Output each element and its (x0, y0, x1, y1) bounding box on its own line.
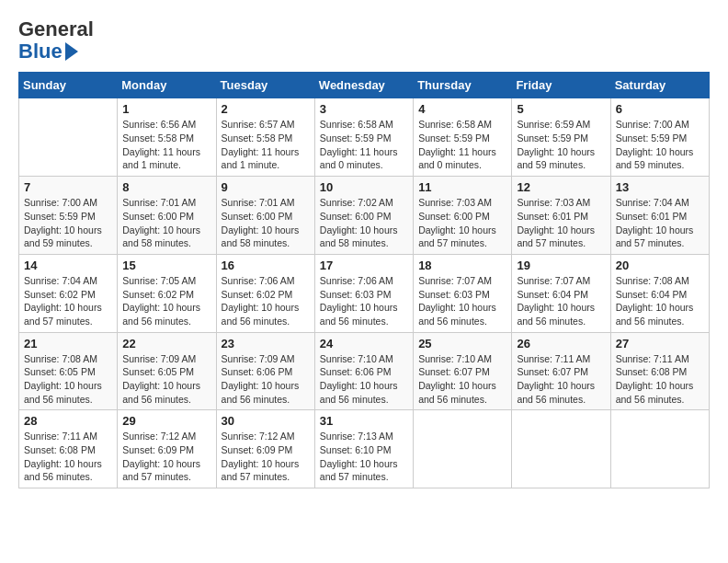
calendar-cell: 6Sunrise: 7:00 AMSunset: 5:59 PMDaylight… (610, 98, 709, 177)
day-info: Sunrise: 7:05 AMSunset: 6:02 PMDaylight:… (122, 274, 210, 328)
page-header: General Blue (18, 18, 710, 63)
calendar-header-row: SundayMondayTuesdayWednesdayThursdayFrid… (19, 73, 710, 98)
day-number: 8 (122, 180, 210, 194)
calendar-cell: 5Sunrise: 6:59 AMSunset: 5:59 PMDaylight… (512, 98, 610, 177)
day-number: 9 (222, 180, 310, 194)
day-number: 29 (122, 414, 210, 428)
day-info: Sunrise: 6:58 AMSunset: 5:59 PMDaylight:… (320, 118, 408, 172)
day-number: 2 (222, 102, 310, 116)
calendar-cell (512, 410, 610, 488)
day-number: 3 (320, 102, 408, 116)
day-header-monday: Monday (118, 73, 216, 98)
day-info: Sunrise: 7:04 AMSunset: 6:01 PMDaylight:… (616, 196, 704, 250)
day-info: Sunrise: 7:09 AMSunset: 6:06 PMDaylight:… (222, 352, 310, 407)
day-info: Sunrise: 7:10 AMSunset: 6:06 PMDaylight:… (320, 352, 408, 407)
calendar-cell: 28Sunrise: 7:11 AMSunset: 6:08 PMDayligh… (19, 410, 118, 488)
day-number: 20 (616, 259, 704, 272)
day-info: Sunrise: 7:04 AMSunset: 6:02 PMDaylight:… (24, 274, 112, 328)
logo-text-general: General (18, 18, 94, 40)
calendar-cell: 29Sunrise: 7:12 AMSunset: 6:09 PMDayligh… (118, 410, 216, 488)
day-header-sunday: Sunday (19, 73, 118, 98)
calendar-cell: 30Sunrise: 7:12 AMSunset: 6:09 PMDayligh… (216, 410, 314, 488)
day-number: 7 (24, 180, 112, 194)
calendar-cell: 19Sunrise: 7:07 AMSunset: 6:04 PMDayligh… (512, 254, 610, 332)
day-number: 13 (616, 180, 704, 194)
day-header-friday: Friday (512, 73, 610, 98)
day-number: 5 (517, 102, 605, 116)
calendar-cell: 21Sunrise: 7:08 AMSunset: 6:05 PMDayligh… (19, 332, 118, 410)
day-number: 21 (24, 337, 112, 350)
day-info: Sunrise: 7:06 AMSunset: 6:02 PMDaylight:… (222, 274, 310, 328)
calendar-cell (610, 410, 709, 488)
calendar-week-row: 14Sunrise: 7:04 AMSunset: 6:02 PMDayligh… (19, 254, 710, 332)
calendar-cell: 31Sunrise: 7:13 AMSunset: 6:10 PMDayligh… (314, 410, 413, 488)
day-info: Sunrise: 7:13 AMSunset: 6:10 PMDaylight:… (320, 430, 408, 484)
calendar-cell: 24Sunrise: 7:10 AMSunset: 6:06 PMDayligh… (314, 332, 413, 410)
day-info: Sunrise: 7:01 AMSunset: 6:00 PMDaylight:… (222, 196, 310, 250)
day-info: Sunrise: 7:00 AMSunset: 5:59 PMDaylight:… (616, 118, 704, 172)
calendar-cell: 20Sunrise: 7:08 AMSunset: 6:04 PMDayligh… (610, 254, 709, 332)
calendar-cell: 2Sunrise: 6:57 AMSunset: 5:58 PMDaylight… (216, 98, 314, 177)
calendar-week-row: 7Sunrise: 7:00 AMSunset: 5:59 PMDaylight… (19, 177, 710, 255)
day-number: 17 (320, 259, 408, 272)
calendar-cell: 25Sunrise: 7:10 AMSunset: 6:07 PMDayligh… (414, 332, 512, 410)
day-info: Sunrise: 7:07 AMSunset: 6:03 PMDaylight:… (418, 274, 506, 328)
calendar-cell: 9Sunrise: 7:01 AMSunset: 6:00 PMDaylight… (216, 177, 314, 255)
calendar-cell (19, 98, 118, 177)
day-info: Sunrise: 7:01 AMSunset: 6:00 PMDaylight:… (122, 196, 210, 250)
day-info: Sunrise: 7:10 AMSunset: 6:07 PMDaylight:… (418, 352, 506, 407)
day-info: Sunrise: 7:06 AMSunset: 6:03 PMDaylight:… (320, 274, 408, 328)
calendar-cell: 23Sunrise: 7:09 AMSunset: 6:06 PMDayligh… (216, 332, 314, 410)
calendar-cell: 14Sunrise: 7:04 AMSunset: 6:02 PMDayligh… (19, 254, 118, 332)
day-info: Sunrise: 7:02 AMSunset: 6:00 PMDaylight:… (320, 196, 408, 250)
day-info: Sunrise: 7:09 AMSunset: 6:05 PMDaylight:… (122, 352, 210, 407)
logo-text-blue: Blue (18, 40, 63, 63)
day-info: Sunrise: 7:03 AMSunset: 6:01 PMDaylight:… (517, 196, 605, 250)
calendar-cell: 16Sunrise: 7:06 AMSunset: 6:02 PMDayligh… (216, 254, 314, 332)
calendar-table: SundayMondayTuesdayWednesdayThursdayFrid… (18, 72, 710, 488)
calendar-cell: 3Sunrise: 6:58 AMSunset: 5:59 PMDaylight… (314, 98, 413, 177)
calendar-cell: 10Sunrise: 7:02 AMSunset: 6:00 PMDayligh… (314, 177, 413, 255)
calendar-cell: 22Sunrise: 7:09 AMSunset: 6:05 PMDayligh… (118, 332, 216, 410)
calendar-cell: 18Sunrise: 7:07 AMSunset: 6:03 PMDayligh… (414, 254, 512, 332)
day-number: 6 (616, 102, 704, 116)
day-number: 28 (24, 414, 112, 428)
day-number: 4 (418, 102, 506, 116)
day-header-saturday: Saturday (610, 73, 709, 98)
day-info: Sunrise: 7:11 AMSunset: 6:08 PMDaylight:… (616, 352, 704, 407)
calendar-cell: 7Sunrise: 7:00 AMSunset: 5:59 PMDaylight… (19, 177, 118, 255)
calendar-week-row: 1Sunrise: 6:56 AMSunset: 5:58 PMDaylight… (19, 98, 710, 177)
day-number: 30 (222, 414, 310, 428)
day-number: 12 (517, 180, 605, 194)
day-info: Sunrise: 7:11 AMSunset: 6:07 PMDaylight:… (517, 352, 605, 407)
day-info: Sunrise: 7:08 AMSunset: 6:05 PMDaylight:… (24, 352, 112, 407)
calendar-cell: 13Sunrise: 7:04 AMSunset: 6:01 PMDayligh… (610, 177, 709, 255)
day-info: Sunrise: 7:03 AMSunset: 6:00 PMDaylight:… (418, 196, 506, 250)
calendar-cell: 11Sunrise: 7:03 AMSunset: 6:00 PMDayligh… (414, 177, 512, 255)
calendar-cell: 27Sunrise: 7:11 AMSunset: 6:08 PMDayligh… (610, 332, 709, 410)
day-number: 26 (517, 337, 605, 350)
day-header-tuesday: Tuesday (216, 73, 314, 98)
day-info: Sunrise: 7:12 AMSunset: 6:09 PMDaylight:… (222, 430, 310, 484)
calendar-cell: 17Sunrise: 7:06 AMSunset: 6:03 PMDayligh… (314, 254, 413, 332)
day-number: 31 (320, 414, 408, 428)
day-header-thursday: Thursday (414, 73, 512, 98)
day-number: 25 (418, 337, 506, 350)
day-number: 22 (122, 337, 210, 350)
day-header-wednesday: Wednesday (314, 73, 413, 98)
day-number: 27 (616, 337, 704, 350)
calendar-cell: 8Sunrise: 7:01 AMSunset: 6:00 PMDaylight… (118, 177, 216, 255)
day-info: Sunrise: 7:11 AMSunset: 6:08 PMDaylight:… (24, 430, 112, 484)
day-info: Sunrise: 6:58 AMSunset: 5:59 PMDaylight:… (418, 118, 506, 172)
day-number: 15 (122, 259, 210, 272)
day-number: 10 (320, 180, 408, 194)
logo-arrow-icon (65, 42, 78, 61)
day-info: Sunrise: 6:57 AMSunset: 5:58 PMDaylight:… (222, 118, 310, 172)
day-info: Sunrise: 7:12 AMSunset: 6:09 PMDaylight:… (122, 430, 210, 484)
calendar-cell (414, 410, 512, 488)
day-number: 23 (222, 337, 310, 350)
day-info: Sunrise: 6:59 AMSunset: 5:59 PMDaylight:… (517, 118, 605, 172)
day-number: 18 (418, 259, 506, 272)
day-info: Sunrise: 7:00 AMSunset: 5:59 PMDaylight:… (24, 196, 112, 250)
day-info: Sunrise: 6:56 AMSunset: 5:58 PMDaylight:… (122, 118, 210, 172)
